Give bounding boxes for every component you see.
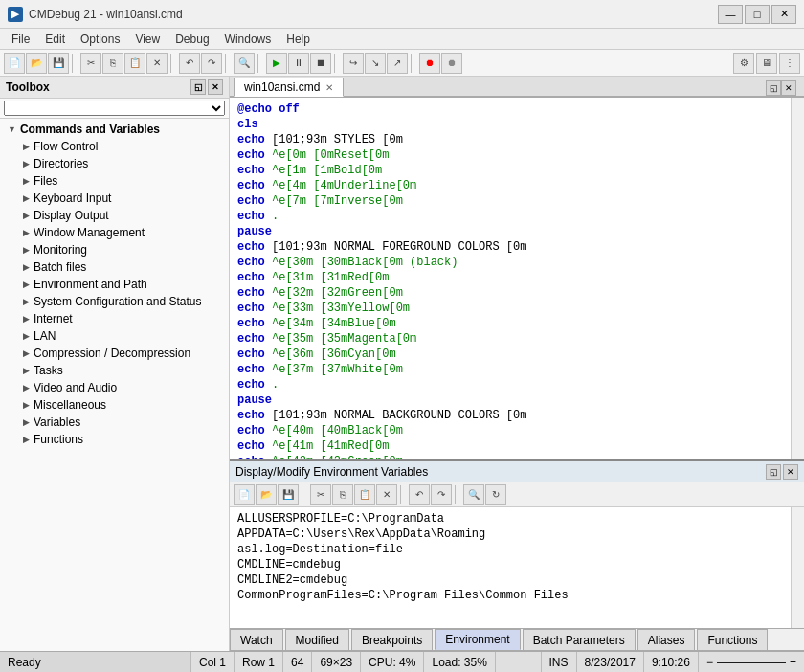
- bottom-paste-btn[interactable]: 📋: [354, 484, 375, 505]
- zoom-in-icon[interactable]: +: [790, 656, 796, 669]
- code-editor[interactable]: @echo offclsecho [101;93m STYLES [0mecho…: [230, 98, 791, 459]
- env-vars-display[interactable]: ALLUSERSPROFILE=C:\ProgramDataAPPDATA=C:…: [230, 507, 791, 628]
- code-line: echo ^e[30m [30mBlack[0m (black): [237, 255, 783, 270]
- toolbar-extra3[interactable]: ⋮: [779, 53, 800, 74]
- toolbar-paste[interactable]: 📋: [124, 53, 145, 74]
- toolbar-extra2[interactable]: 🖥: [756, 53, 777, 74]
- tree-item-files[interactable]: ▶Files: [0, 172, 229, 190]
- bottom-tab-environment[interactable]: Environment: [435, 629, 520, 650]
- toolbar-pause[interactable]: ⏸: [288, 53, 309, 74]
- bottom-new-btn[interactable]: 📄: [234, 484, 255, 505]
- toolbar-undo[interactable]: ↶: [179, 53, 200, 74]
- toolbar-stepout[interactable]: ↗: [387, 53, 408, 74]
- bottom-scrollbar[interactable]: [791, 507, 804, 628]
- tree-item-lan[interactable]: ▶LAN: [0, 327, 229, 345]
- bottom-panel-controls[interactable]: ◱ ✕: [766, 464, 798, 480]
- bottom-float-btn[interactable]: ◱: [766, 464, 781, 480]
- toolbar-sep2: [170, 54, 176, 73]
- tree-item-directories[interactable]: ▶Directories: [0, 155, 229, 172]
- code-line: @echo off: [237, 101, 783, 117]
- toolbar-cut[interactable]: ✂: [80, 53, 101, 74]
- tree-item-arrow: ▶: [23, 211, 30, 220]
- toolbar-extra1[interactable]: ⚙: [733, 53, 754, 74]
- menu-file[interactable]: File: [4, 31, 37, 48]
- tree-item-functions[interactable]: ▶Functions: [0, 431, 229, 448]
- toolbox-category-select[interactable]: [4, 101, 225, 116]
- toolbar-save[interactable]: 💾: [48, 53, 69, 74]
- bottom-close-btn[interactable]: ✕: [783, 464, 798, 480]
- maximize-button[interactable]: □: [745, 5, 770, 24]
- toolbar-new[interactable]: 📄: [4, 53, 25, 74]
- toolbar-breakpoint-red[interactable]: ⏺: [419, 53, 440, 74]
- editor-close-btn[interactable]: ✕: [781, 80, 796, 96]
- zoom-out-icon[interactable]: −: [706, 656, 713, 669]
- toolbar-right-group: ⚙ 🖥 ⋮: [733, 53, 800, 74]
- toolbox-float-btn[interactable]: ◱: [190, 79, 206, 95]
- toolbar-delete[interactable]: ✕: [146, 53, 168, 74]
- editor-panel: win10ansi.cmd ✕ ◱ ✕ @echo offclsecho [10…: [230, 77, 804, 651]
- bottom-tab-functions[interactable]: Functions: [697, 629, 768, 650]
- toolbar-copy[interactable]: ⎘: [102, 53, 123, 74]
- toolbar-redo[interactable]: ↷: [201, 53, 222, 74]
- titlebar-controls[interactable]: — □ ✕: [718, 5, 796, 24]
- editor-scrollbar[interactable]: [791, 98, 804, 459]
- tree-item-display[interactable]: ▶Display Output: [0, 207, 229, 224]
- tree-item-sys-config[interactable]: ▶System Configuration and Status: [0, 293, 229, 310]
- toolbar-stepover[interactable]: ↪: [343, 53, 364, 74]
- bottom-find-btn[interactable]: 🔍: [463, 484, 484, 505]
- tree-item-misc[interactable]: ▶Miscellaneous: [0, 396, 229, 414]
- toolbar-breakpoint-circle[interactable]: ⏺: [441, 53, 462, 74]
- tree-item-internet[interactable]: ▶Internet: [0, 310, 229, 327]
- minimize-button[interactable]: —: [718, 5, 743, 24]
- tree-item-keyboard[interactable]: ▶Keyboard Input: [0, 190, 229, 207]
- tree-item-compression[interactable]: ▶Compression / Decompression: [0, 345, 229, 362]
- bottom-refresh-btn[interactable]: ↻: [485, 484, 506, 505]
- tree-item-flow-control[interactable]: ▶Flow Control: [0, 138, 229, 155]
- bottom-tab-modified[interactable]: Modified: [285, 629, 349, 650]
- bottom-tab-watch[interactable]: Watch: [230, 629, 283, 650]
- tree-item-tasks[interactable]: ▶Tasks: [0, 362, 229, 379]
- bottom-tab-aliases[interactable]: Aliases: [637, 629, 696, 650]
- menu-windows[interactable]: Windows: [217, 31, 279, 48]
- tree-item-env-path[interactable]: ▶Environment and Path: [0, 276, 229, 293]
- tree-item-video-audio[interactable]: ▶Video and Audio: [0, 379, 229, 396]
- toolbox-title: Toolbox: [6, 80, 50, 94]
- toolbox-header-controls[interactable]: ◱ ✕: [190, 79, 223, 95]
- tree-section-commands-header[interactable]: ▼ Commands and Variables: [0, 121, 229, 138]
- menu-options[interactable]: Options: [73, 31, 127, 48]
- tree-item-window[interactable]: ▶Window Management: [0, 224, 229, 241]
- tree-item-variables[interactable]: ▶Variables: [0, 414, 229, 431]
- bottom-save-btn[interactable]: 💾: [278, 484, 299, 505]
- toolbar-run[interactable]: ▶: [266, 53, 287, 74]
- menu-edit[interactable]: Edit: [37, 31, 73, 48]
- tree-item-arrow: ▶: [23, 435, 30, 444]
- bottom-cut-btn[interactable]: ✂: [310, 484, 331, 505]
- bottom-panel-title: Display/Modify Environment Variables: [235, 465, 428, 479]
- bottom-copy-btn[interactable]: ⎘: [332, 484, 353, 505]
- toolbar-open[interactable]: 📂: [26, 53, 47, 74]
- tree-item-arrow: ▶: [23, 245, 30, 255]
- menu-help[interactable]: Help: [279, 31, 318, 48]
- bottom-tab-batch[interactable]: Batch Parameters: [523, 629, 636, 650]
- toolbar-stop[interactable]: ⏹: [310, 53, 331, 74]
- toolbar-stepinto[interactable]: ↘: [365, 53, 386, 74]
- close-button[interactable]: ✕: [771, 5, 796, 24]
- bottom-undo-btn[interactable]: ↶: [409, 484, 430, 505]
- tree-item-arrow: ▶: [23, 142, 30, 151]
- tree-item-monitoring[interactable]: ▶Monitoring: [0, 241, 229, 258]
- bottom-open-btn[interactable]: 📂: [256, 484, 277, 505]
- main-area: Toolbox ◱ ✕ ▼ Commands and Variables ▶Fl…: [0, 77, 804, 651]
- tab-win10ansi[interactable]: win10ansi.cmd ✕: [234, 78, 344, 97]
- toolbar-find[interactable]: 🔍: [234, 53, 255, 74]
- editor-float-btn[interactable]: ◱: [766, 80, 781, 96]
- status-num: 64: [283, 652, 312, 672]
- tab-close-btn[interactable]: ✕: [325, 82, 333, 93]
- bottom-del-btn[interactable]: ✕: [376, 484, 397, 505]
- menu-debug[interactable]: Debug: [168, 31, 216, 48]
- menu-view[interactable]: View: [127, 31, 168, 48]
- toolbox-close-btn[interactable]: ✕: [208, 79, 223, 95]
- bottom-tab-breakpoints[interactable]: Breakpoints: [351, 629, 433, 650]
- titlebar: ▶ CMDebug 21 - win10ansi.cmd — □ ✕: [0, 0, 804, 29]
- bottom-redo-btn[interactable]: ↷: [431, 484, 452, 505]
- tree-item-batch[interactable]: ▶Batch files: [0, 258, 229, 276]
